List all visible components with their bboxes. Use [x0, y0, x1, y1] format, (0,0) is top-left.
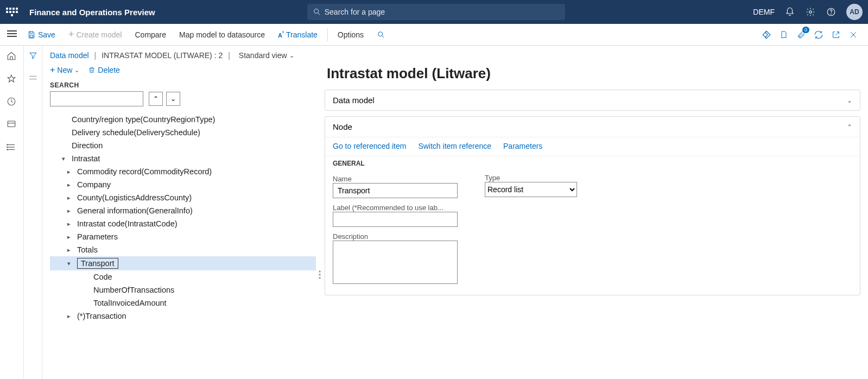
- tree-node[interactable]: ▸Parameters: [50, 230, 316, 243]
- office-icon[interactable]: [778, 29, 790, 41]
- svg-rect-8: [30, 35, 33, 37]
- node-form: GENERAL Name Label (*Recommended to use …: [325, 156, 860, 295]
- tree-node[interactable]: NumberOfTransactions: [50, 283, 316, 296]
- map-model-button[interactable]: Map model to datasource: [174, 24, 270, 45]
- recent-icon[interactable]: [7, 97, 17, 108]
- caret-right-icon[interactable]: ▸: [65, 181, 73, 188]
- description-textarea[interactable]: [333, 241, 458, 284]
- options-label: Options: [338, 30, 364, 39]
- close-icon[interactable]: [847, 29, 859, 41]
- global-search[interactable]: Search for a page: [307, 4, 565, 20]
- tree-node-label: Intrastat: [71, 154, 101, 163]
- actionbar-right: 0: [761, 29, 864, 41]
- caret-right-icon[interactable]: ▸: [65, 233, 73, 241]
- app-launcher-icon[interactable]: [5, 5, 18, 18]
- save-label: Save: [38, 30, 55, 39]
- chevron-down-icon: ⌄: [847, 97, 852, 104]
- new-button[interactable]: + New ⌄: [50, 65, 79, 75]
- bell-icon[interactable]: [784, 7, 795, 17]
- tree-search-input[interactable]: [50, 91, 143, 106]
- favorites-icon[interactable]: [7, 74, 17, 85]
- tree-node-label: NumberOfTransactions: [92, 285, 175, 295]
- popout-icon[interactable]: [830, 29, 842, 41]
- attachments-icon[interactable]: 0: [795, 29, 807, 41]
- tree-node[interactable]: Country/region type(CountryRegionType): [50, 113, 316, 126]
- tree-node[interactable]: Direction: [50, 139, 316, 152]
- tree-node[interactable]: ▸(*)Transaction: [50, 309, 316, 323]
- nav-expand-icon[interactable]: [4, 30, 20, 40]
- modules-icon[interactable]: [7, 142, 17, 153]
- node-card: Node ⌃ Go to referenced item Switch item…: [325, 116, 860, 295]
- caret-down-icon[interactable]: ▾: [65, 260, 73, 267]
- save-button[interactable]: Save: [22, 24, 61, 45]
- tree-node[interactable]: ▸Company: [50, 178, 316, 191]
- diamond-icon[interactable]: [761, 29, 772, 41]
- parameters-link[interactable]: Parameters: [503, 142, 542, 150]
- tree-node[interactable]: Code: [50, 270, 316, 283]
- type-field-label: Type: [485, 174, 577, 182]
- tree-node[interactable]: ▾Intrastat: [50, 152, 316, 165]
- page-title: Intrastat model (Litware): [325, 62, 860, 90]
- translate-button[interactable]: Aᵀ Translate: [273, 24, 323, 45]
- tree-node[interactable]: ▸Commodity record(CommodityRecord): [50, 165, 316, 178]
- workspace-icon[interactable]: [7, 119, 17, 130]
- tree-node-label: Code: [92, 272, 113, 282]
- label-input[interactable]: [333, 212, 458, 227]
- caret-down-icon[interactable]: ▾: [60, 155, 67, 162]
- tree-node[interactable]: ▸Intrastat code(IntrastatCode): [50, 217, 316, 230]
- new-label: New: [57, 66, 72, 74]
- svg-rect-14: [8, 121, 15, 127]
- splitter-handle[interactable]: [316, 170, 324, 379]
- search-prev-button[interactable]: ⌃: [149, 92, 163, 106]
- tree-node-label: General information(GeneralInfo): [76, 206, 194, 216]
- tree-node[interactable]: TotalInvoicedAmount: [50, 296, 316, 309]
- svg-point-0: [314, 9, 318, 14]
- search-label: SEARCH: [50, 81, 316, 89]
- delete-button[interactable]: Delete: [88, 66, 119, 74]
- caret-right-icon[interactable]: ▸: [65, 168, 73, 175]
- type-select[interactable]: Record list: [485, 182, 577, 197]
- chevron-down-icon: ⌄: [289, 52, 294, 59]
- help-icon[interactable]: [826, 7, 837, 17]
- tree-node[interactable]: ▾Transport: [50, 256, 316, 270]
- model-tree[interactable]: Country/region type(CountryRegionType)De…: [50, 113, 316, 346]
- tree-node-label: TotalInvoicedAmount: [92, 298, 168, 308]
- tree-node[interactable]: Delivery schedule(DeliverySchedule): [50, 126, 316, 139]
- home-icon[interactable]: [7, 51, 17, 62]
- node-header[interactable]: Node ⌃: [325, 117, 860, 137]
- form-col-left: GENERAL Name Label (*Recommended to use …: [333, 160, 458, 286]
- options-button[interactable]: Options: [332, 24, 369, 45]
- caret-right-icon[interactable]: ▸: [65, 313, 73, 320]
- svg-point-9: [378, 31, 383, 36]
- refresh-icon[interactable]: [813, 29, 825, 41]
- legal-entity[interactable]: DEMF: [753, 8, 775, 16]
- related-icon[interactable]: [29, 73, 37, 83]
- breadcrumb-root[interactable]: Data model: [50, 51, 89, 60]
- caret-right-icon[interactable]: ▸: [65, 247, 73, 254]
- switch-reference-link[interactable]: Switch item reference: [418, 142, 491, 150]
- filter-icon[interactable]: [29, 51, 37, 62]
- search-next-button[interactable]: ⌄: [166, 92, 180, 106]
- name-input[interactable]: [333, 183, 458, 198]
- caret-right-icon[interactable]: ▸: [65, 207, 73, 214]
- data-model-card: Data model ⌄: [325, 90, 860, 111]
- tree-node[interactable]: ▸Totals: [50, 243, 316, 256]
- general-group-label: GENERAL: [333, 160, 458, 167]
- caret-right-icon[interactable]: ▸: [65, 220, 73, 228]
- create-model-button[interactable]: + Create model: [63, 24, 128, 45]
- view-selector[interactable]: Standard view ⌄: [239, 51, 294, 60]
- tree-node[interactable]: ▸General information(GeneralInfo): [50, 204, 316, 217]
- go-referenced-link[interactable]: Go to referenced item: [333, 142, 406, 150]
- tree-node[interactable]: ▸County(LogisticsAddressCounty): [50, 191, 316, 204]
- breadcrumb-sep: |: [228, 51, 230, 60]
- caret-right-icon[interactable]: ▸: [65, 194, 73, 201]
- user-avatar[interactable]: AD: [846, 4, 863, 20]
- compare-button[interactable]: Compare: [129, 24, 172, 45]
- gear-icon[interactable]: [805, 7, 816, 17]
- left-navigation: [0, 46, 24, 379]
- svg-point-26: [319, 277, 320, 279]
- svg-point-4: [831, 14, 832, 14]
- create-model-label: Create model: [76, 30, 122, 39]
- action-search-icon[interactable]: [371, 24, 391, 45]
- data-model-header[interactable]: Data model ⌄: [325, 90, 860, 110]
